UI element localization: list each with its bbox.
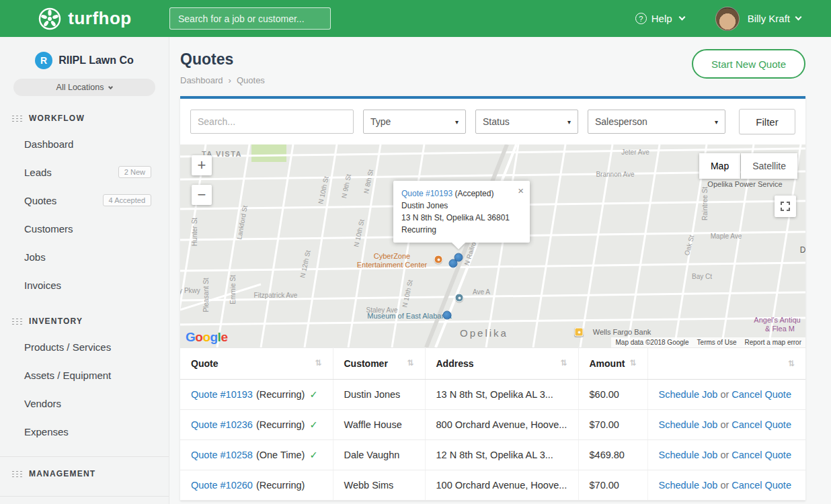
section-reports[interactable]: REPORTS xyxy=(0,496,169,504)
cancel-quote-link[interactable]: Cancel Quote xyxy=(731,419,791,430)
company-logo: R xyxy=(35,52,52,69)
infowindow-customer: Dustin Jones xyxy=(401,200,510,212)
table-header-cell[interactable]: Address ⇅ xyxy=(425,348,578,380)
sort-icon[interactable]: ⇅ xyxy=(788,359,795,368)
breadcrumb-separator: › xyxy=(229,75,231,85)
sidebar-item[interactable]: Jobs xyxy=(0,243,169,271)
poi-icon[interactable] xyxy=(575,328,584,337)
status-select[interactable]: Status ▾ xyxy=(475,110,578,134)
schedule-job-link[interactable]: Schedule Job xyxy=(659,480,718,491)
schedule-job-link[interactable]: Schedule Job xyxy=(659,450,718,460)
satellite-view-button[interactable]: Satellite xyxy=(741,153,797,179)
avatar[interactable] xyxy=(715,7,740,31)
map-label: Ave A xyxy=(473,288,490,296)
global-search-input[interactable] xyxy=(169,7,331,30)
help-menu[interactable]: ? Help xyxy=(635,13,684,24)
table-header-cell[interactable]: Customer ⇅ xyxy=(333,348,425,380)
quotes-search-input[interactable] xyxy=(190,110,354,134)
zoom-controls: + − xyxy=(192,155,212,205)
sidebar-item[interactable]: Dashboard xyxy=(0,130,169,158)
sort-icon[interactable]: ⇅ xyxy=(560,358,567,368)
main-content: Quotes Dashboard › Quotes Start New Quot… xyxy=(169,37,831,504)
quote-type: (Recurring) xyxy=(256,389,305,400)
quote-link[interactable]: Quote #10258 xyxy=(191,450,253,460)
start-new-quote-button[interactable]: Start New Quote xyxy=(692,49,805,79)
infowindow-frequency: Recurring xyxy=(401,224,510,236)
sidebar-item[interactable]: Vendors xyxy=(0,389,169,417)
type-select[interactable]: Type ▾ xyxy=(363,110,466,134)
zoom-in-button[interactable]: + xyxy=(192,155,212,175)
address-cell: 100 Orchard Avenue, Hoove... xyxy=(425,470,578,501)
brand[interactable]: turfhop xyxy=(0,7,169,31)
customer-cell: Dale Vaughn xyxy=(333,440,425,470)
sidebar: R RIIPL Lawn Co All Locations WORKFLOW D… xyxy=(0,37,169,504)
quote-marker[interactable] xyxy=(443,311,452,320)
map-label: Bay Ct xyxy=(692,273,712,280)
brand-name: turfhop xyxy=(68,8,131,29)
salesperson-select[interactable]: Salesperson ▾ xyxy=(588,110,725,134)
map-label: Jeter Ave xyxy=(621,149,649,156)
table-header-cell[interactable]: ⇅ xyxy=(647,348,805,380)
user-menu[interactable]: Billy Kraft xyxy=(748,13,801,24)
close-icon[interactable]: × xyxy=(518,185,524,196)
cancel-quote-link[interactable]: Cancel Quote xyxy=(731,480,791,491)
quote-link[interactable]: Quote #10260 xyxy=(191,480,253,491)
inventory-menu: Products / Services Assets / Equipment V… xyxy=(0,333,169,446)
fullscreen-icon xyxy=(781,202,790,211)
report-error-link[interactable]: Report a map error xyxy=(745,339,801,346)
filter-button[interactable]: Filter xyxy=(739,109,795,134)
quote-link[interactable]: Quote #10236 xyxy=(191,419,253,430)
section-management[interactable]: MANAGEMENT xyxy=(0,456,169,485)
breadcrumb-quotes: Quotes xyxy=(237,75,265,85)
fullscreen-button[interactable] xyxy=(775,196,796,217)
infowindow-quote-link[interactable]: Quote #10193 xyxy=(401,189,452,198)
sidebar-item[interactable]: Products / Services xyxy=(0,333,169,361)
sidebar-item[interactable]: Customers xyxy=(0,214,169,243)
zoom-out-button[interactable]: − xyxy=(192,185,212,205)
quotes-panel: Type ▾ Status ▾ Salesperson ▾ Filter xyxy=(180,96,805,501)
sort-icon[interactable]: ⇅ xyxy=(315,358,321,368)
sort-icon[interactable]: ⇅ xyxy=(407,358,413,368)
locations-dropdown[interactable]: All Locations xyxy=(13,79,155,96)
map-label: Museum of East Alabama xyxy=(367,312,451,320)
quote-marker[interactable] xyxy=(449,259,458,268)
breadcrumb-dashboard[interactable]: Dashboard xyxy=(180,75,223,85)
cancel-quote-link[interactable]: Cancel Quote xyxy=(731,450,791,460)
terms-link[interactable]: Terms of Use xyxy=(697,339,737,346)
sidebar-item[interactable]: Invoices xyxy=(0,271,169,299)
sort-icon[interactable]: ⇅ xyxy=(629,358,636,368)
dropdown-arrow-icon: ▾ xyxy=(715,118,718,126)
poi-icon[interactable] xyxy=(434,255,443,264)
amount-cell: $70.00 xyxy=(578,410,647,440)
quote-link[interactable]: Quote #10193 xyxy=(191,389,253,400)
sidebar-item[interactable]: Expenses xyxy=(0,417,169,446)
or-separator: or xyxy=(720,389,729,400)
table-header-cell[interactable]: Quote ⇅ xyxy=(180,348,333,380)
chevron-down-icon xyxy=(795,14,802,21)
sidebar-item[interactable]: Leads 2 New xyxy=(0,158,169,186)
customer-cell: Dustin Jones xyxy=(333,380,425,410)
section-inventory: INVENTORY xyxy=(0,299,169,333)
schedule-job-link[interactable]: Schedule Job xyxy=(659,389,718,400)
map[interactable]: TA VISTA Jeter Ave Brannon Ave Opelika P… xyxy=(180,144,805,347)
or-separator: or xyxy=(720,480,729,491)
map-infowindow: Quote #10193 (Accepted) Dustin Jones 13 … xyxy=(393,181,530,243)
map-view-button[interactable]: Map xyxy=(699,153,740,179)
poi-icon[interactable] xyxy=(455,294,464,302)
workflow-menu: Dashboard Leads 2 New Quotes 4 Accepted … xyxy=(0,130,169,299)
company-header[interactable]: R RIIPL Lawn Co xyxy=(0,52,169,69)
map-label: Raintree St xyxy=(701,187,709,220)
cancel-quote-link[interactable]: Cancel Quote xyxy=(731,389,791,400)
chevron-down-icon xyxy=(108,84,113,89)
schedule-job-link[interactable]: Schedule Job xyxy=(659,419,718,430)
section-handle-icon xyxy=(12,471,22,477)
sidebar-item[interactable]: Quotes 4 Accepted xyxy=(0,186,169,214)
sidebar-item[interactable]: Assets / Equipment xyxy=(0,361,169,389)
table-header-cell[interactable]: Amount ⇅ xyxy=(578,348,647,380)
map-label: D xyxy=(800,245,805,255)
quotes-table: Quote ⇅ Customer ⇅ Address ⇅ xyxy=(180,347,805,501)
sidebar-item-label: Vendors xyxy=(24,398,61,409)
column-label: Quote xyxy=(191,358,218,369)
help-icon: ? xyxy=(635,13,647,24)
map-label: Hunter St xyxy=(191,218,198,246)
